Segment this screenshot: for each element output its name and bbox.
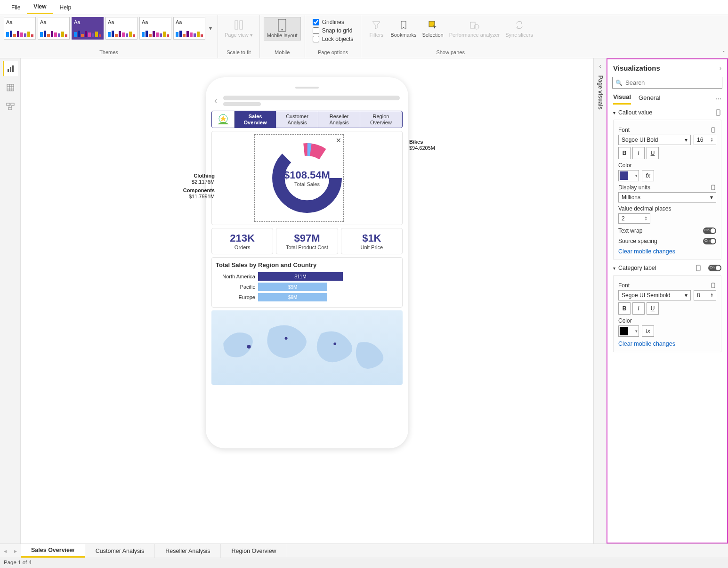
bold-button[interactable]: B bbox=[618, 147, 631, 159]
fx-button[interactable]: fx bbox=[642, 170, 654, 181]
category-label-section: Font Segoe UI Semibold▾ 8▴▾ B I U Color … bbox=[613, 275, 721, 352]
chevron-down-icon: ▾ bbox=[613, 266, 615, 271]
hbar-row: Pacific$9M bbox=[216, 283, 398, 291]
menu-view[interactable]: View bbox=[27, 0, 53, 14]
kpi-orders[interactable]: 213KOrders bbox=[211, 228, 273, 254]
theme-swatch-active[interactable]: Aa bbox=[72, 17, 104, 40]
selection-pane-button[interactable]: Selection bbox=[419, 17, 446, 40]
page-tab-reseller-analysis[interactable]: Reseller Analysis bbox=[155, 544, 221, 558]
theme-swatch[interactable]: Aa bbox=[4, 17, 36, 40]
search-input[interactable] bbox=[625, 79, 719, 86]
page-tab-customer-analysis[interactable]: Customer Analysis bbox=[85, 544, 155, 558]
menu-help[interactable]: Help bbox=[53, 1, 78, 14]
font-size-input[interactable]: 16▴▾ bbox=[694, 135, 716, 145]
svg-rect-7 bbox=[8, 69, 9, 72]
theme-swatch[interactable]: Aa bbox=[38, 17, 70, 40]
mobile-layout-button[interactable]: Mobile layout bbox=[264, 17, 301, 41]
svg-point-24 bbox=[247, 345, 251, 349]
report-view-button[interactable] bbox=[3, 61, 18, 76]
performance-analyzer-button[interactable]: Performance analyzer bbox=[446, 17, 503, 40]
font-family-select[interactable]: Segoe UI Semibold▾ bbox=[618, 290, 691, 300]
kpi-unit-price[interactable]: $1KUnit Price bbox=[341, 228, 403, 254]
sync-slicers-button[interactable]: Sync slicers bbox=[502, 17, 536, 40]
tab-next-button[interactable]: ▸ bbox=[10, 544, 21, 558]
kpi-product-cost[interactable]: $97MTotal Product Cost bbox=[276, 228, 338, 254]
phone-tab-customer-analysis[interactable]: Customer Analysis bbox=[276, 111, 318, 128]
phone-tab-reseller-analysis[interactable]: Reseller Analysis bbox=[318, 111, 360, 128]
svg-rect-15 bbox=[7, 103, 10, 105]
map-visual[interactable] bbox=[211, 310, 403, 385]
italic-button[interactable]: I bbox=[632, 302, 645, 315]
fx-button[interactable]: fx bbox=[642, 325, 654, 337]
filters-pane-button[interactable]: Filters bbox=[365, 17, 388, 40]
data-view-button[interactable] bbox=[3, 80, 18, 95]
chevron-left-icon[interactable]: ‹ bbox=[599, 62, 601, 70]
color-picker[interactable]: ▾ bbox=[618, 325, 639, 337]
phone-tab-sales-overview[interactable]: Sales Overview bbox=[235, 111, 276, 128]
tab-prev-button[interactable]: ◂ bbox=[0, 544, 10, 558]
font-size-input[interactable]: 8▴▾ bbox=[694, 290, 716, 300]
chevron-right-icon[interactable]: › bbox=[720, 65, 721, 72]
model-view-button[interactable] bbox=[3, 99, 18, 114]
theme-swatch[interactable]: Aa bbox=[173, 17, 205, 40]
page-tab-region-overview[interactable]: Region Overview bbox=[221, 544, 287, 558]
world-map-icon bbox=[211, 310, 403, 385]
lock-objects-checkbox[interactable]: Lock objects bbox=[313, 36, 354, 42]
color-picker[interactable]: ▾ bbox=[618, 170, 639, 181]
title-placeholder bbox=[223, 96, 400, 100]
svg-point-26 bbox=[333, 342, 336, 345]
text-wrap-toggle[interactable]: On bbox=[703, 227, 716, 234]
canvas-area[interactable]: ‹ Sales Overview Customer Analysis Resel… bbox=[21, 58, 593, 544]
page-visuals-collapsed-pane[interactable]: ‹ Page visuals bbox=[593, 58, 607, 544]
svg-rect-16 bbox=[11, 103, 14, 105]
phone-tab-region-overview[interactable]: Region Overview bbox=[360, 111, 402, 128]
donut-label-clothing: Clothing bbox=[175, 173, 215, 179]
clear-mobile-changes-link[interactable]: Clear mobile changes bbox=[618, 248, 675, 255]
decimals-label: Value decimal places bbox=[618, 205, 671, 212]
category-label-section-header[interactable]: ▾ Category label On bbox=[613, 265, 721, 271]
format-tab-visual[interactable]: Visual bbox=[613, 93, 631, 105]
decimals-input[interactable]: 2▴▾ bbox=[618, 213, 650, 224]
bookmark-icon bbox=[397, 19, 410, 31]
svg-rect-17 bbox=[8, 107, 12, 110]
category-label-toggle[interactable]: On bbox=[708, 265, 721, 271]
donut-value-clothing: $2.1176M bbox=[175, 179, 215, 185]
font-label: Font bbox=[618, 282, 630, 289]
font-label: Font bbox=[618, 127, 630, 133]
gridlines-checkbox[interactable]: Gridlines bbox=[313, 19, 354, 25]
donut-label-bikes: Bikes bbox=[409, 139, 435, 145]
theme-gallery: Aa Aa Aa Aa Aa Aa ▾ bbox=[4, 17, 214, 40]
theme-gallery-dropdown[interactable]: ▾ bbox=[207, 25, 214, 32]
ribbon-collapse-button[interactable]: ˄ bbox=[722, 50, 725, 57]
page-tab-sales-overview[interactable]: Sales Overview bbox=[21, 544, 85, 558]
clear-mobile-changes-link[interactable]: Clear mobile changes bbox=[618, 341, 675, 347]
source-spacing-toggle[interactable]: On bbox=[703, 238, 716, 244]
font-family-select[interactable]: Segoe UI Bold▾ bbox=[618, 135, 691, 145]
bookmarks-pane-button[interactable]: Bookmarks bbox=[388, 17, 419, 40]
hbar-category: Europe bbox=[216, 294, 258, 300]
more-options-button[interactable]: ⋯ bbox=[716, 96, 721, 102]
display-units-select[interactable]: Millions▾ bbox=[618, 192, 716, 203]
italic-button[interactable]: I bbox=[632, 147, 645, 159]
bold-button[interactable]: B bbox=[618, 302, 631, 315]
color-label: Color bbox=[618, 317, 632, 324]
callout-value-section-header[interactable]: ▾ Callout value bbox=[613, 109, 721, 116]
page-view-button[interactable]: Page view ▾ bbox=[222, 17, 256, 40]
format-tab-general[interactable]: General bbox=[639, 94, 660, 104]
theme-swatch[interactable]: Aa bbox=[139, 17, 171, 40]
theme-swatch[interactable]: Aa bbox=[105, 17, 138, 40]
underline-button[interactable]: U bbox=[647, 147, 659, 159]
donut-visual[interactable]: ✕ $108.54M Total Sales Bikes $94.6205 bbox=[211, 131, 403, 225]
region-bar-visual[interactable]: Total Sales by Region and Country North … bbox=[211, 257, 403, 308]
snap-to-grid-checkbox[interactable]: Snap to grid bbox=[313, 27, 354, 34]
svg-rect-28 bbox=[712, 128, 715, 132]
visualizations-search[interactable]: 🔍 bbox=[612, 77, 722, 89]
menu-file[interactable]: File bbox=[5, 1, 27, 14]
mobile-override-icon bbox=[711, 283, 716, 288]
status-bar: Page 1 of 4 bbox=[0, 558, 728, 568]
svg-rect-29 bbox=[712, 185, 715, 190]
ribbon-group-showpanes-label: Show panes bbox=[365, 49, 536, 56]
underline-button[interactable]: U bbox=[647, 302, 659, 315]
svg-rect-31 bbox=[712, 283, 715, 288]
hbar-row: North America$11M bbox=[216, 272, 398, 281]
